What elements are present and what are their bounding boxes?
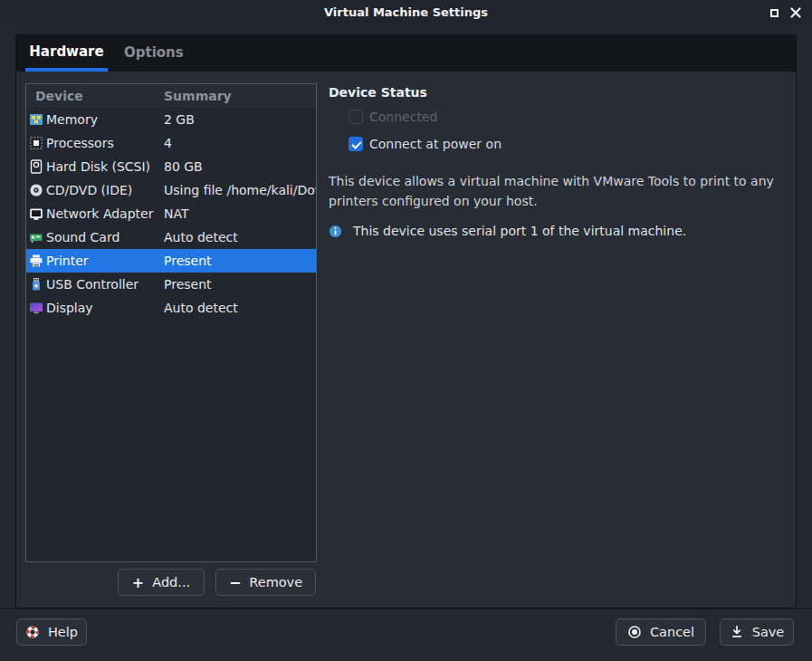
add-device-button[interactable]: + Add... — [118, 569, 205, 596]
device-summary: 4 — [164, 131, 316, 155]
help-button[interactable]: Help — [16, 618, 87, 646]
device-table[interactable]: Device Summary Memory2 GBProcessors4Hard… — [25, 83, 317, 562]
cancel-icon — [627, 625, 642, 639]
device-name: Memory — [46, 108, 98, 131]
device-row[interactable]: PrinterPresent — [26, 249, 316, 273]
network-adapter-icon — [29, 206, 43, 221]
device-name: Printer — [46, 249, 89, 273]
device-summary: Present — [164, 249, 316, 273]
sound-card-icon — [29, 230, 43, 244]
device-name: Sound Card — [46, 225, 119, 249]
memory-icon — [29, 112, 43, 127]
cd-dvd-icon — [29, 183, 43, 197]
connect-at-power-on-checkbox-label: Connect at power on — [369, 137, 502, 151]
device-row[interactable]: Hard Disk (SCSI)80 GB — [26, 155, 316, 178]
save-button[interactable]: Save — [720, 618, 794, 646]
connect-at-power-on-checkbox[interactable]: Connect at power on — [349, 135, 502, 153]
processors-icon — [29, 136, 43, 150]
virtual-machine-settings-window: { "window": { "title": "Virtual Machine … — [0, 0, 812, 661]
device-summary: Auto detect — [164, 225, 316, 249]
help-button-label: Help — [48, 625, 78, 639]
serial-port-note: This device uses serial port 1 of the vi… — [329, 224, 795, 238]
device-name: CD/DVD (IDE) — [46, 178, 132, 202]
window-title: Virtual Machine Settings — [0, 0, 812, 25]
device-summary: NAT — [164, 202, 316, 225]
remove-button-label: Remove — [249, 575, 302, 589]
maximize-button[interactable] — [765, 5, 783, 21]
minus-icon: − — [229, 574, 241, 591]
titlebar: Virtual Machine Settings — [0, 0, 812, 25]
usb-controller-icon — [29, 277, 43, 292]
connected-checkbox[interactable]: Connected — [349, 108, 437, 126]
device-row[interactable]: DisplayAuto detect — [26, 296, 316, 320]
device-table-header: Device Summary — [26, 84, 316, 108]
device-status-heading: Device Status — [329, 85, 427, 100]
plus-icon: + — [132, 574, 144, 591]
maximize-icon — [770, 9, 779, 17]
column-header-summary: Summary — [164, 84, 232, 108]
connected-checkbox-label: Connected — [369, 110, 437, 124]
tab-hardware[interactable]: Hardware — [25, 35, 108, 72]
printer-icon — [29, 254, 43, 268]
device-description: This device allows a virtual machine wit… — [329, 172, 795, 211]
device-table-body: Memory2 GBProcessors4Hard Disk (SCSI)80 … — [26, 108, 316, 320]
display-icon — [29, 301, 43, 315]
save-download-icon — [730, 625, 744, 639]
device-summary: Present — [164, 273, 316, 296]
cancel-button-label: Cancel — [650, 625, 694, 639]
column-header-device: Device — [35, 84, 83, 108]
remove-device-button[interactable]: − Remove — [215, 569, 316, 596]
device-name: Hard Disk (SCSI) — [46, 155, 150, 178]
device-row[interactable]: USB ControllerPresent — [26, 273, 316, 296]
device-name: Display — [46, 296, 93, 320]
serial-port-note-text: This device uses serial port 1 of the vi… — [353, 224, 686, 238]
add-button-label: Add... — [152, 575, 190, 589]
hard-disk-icon — [29, 159, 43, 174]
close-icon — [790, 7, 801, 18]
save-button-label: Save — [752, 625, 785, 639]
checkbox-icon — [349, 137, 363, 151]
device-name: Processors — [46, 131, 114, 155]
device-name: USB Controller — [46, 273, 139, 296]
device-row[interactable]: Memory2 GB — [26, 108, 316, 131]
close-button[interactable] — [787, 5, 805, 21]
device-name: Network Adapter — [46, 202, 153, 225]
info-icon — [329, 225, 342, 238]
checkbox-icon — [349, 110, 363, 124]
device-row[interactable]: Processors4 — [26, 131, 316, 155]
help-lifering-icon — [25, 625, 40, 639]
device-summary: Auto detect — [164, 296, 316, 320]
device-row[interactable]: Sound CardAuto detect — [26, 225, 316, 249]
tab-bar: Hardware Options — [16, 35, 796, 72]
device-summary: Using file /home/kali/Dow — [164, 178, 316, 202]
device-row[interactable]: CD/DVD (IDE)Using file /home/kali/Dow — [26, 178, 316, 202]
tab-options[interactable]: Options — [124, 35, 178, 72]
device-summary: 2 GB — [164, 108, 316, 131]
device-summary: 80 GB — [164, 155, 316, 178]
device-row[interactable]: Network AdapterNAT — [26, 202, 316, 225]
cancel-button[interactable]: Cancel — [616, 618, 706, 646]
